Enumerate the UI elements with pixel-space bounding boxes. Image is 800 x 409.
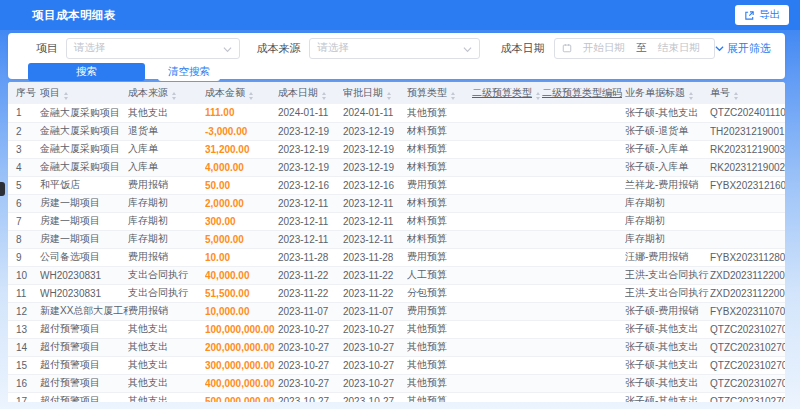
cell-document-no: RK20231219003: [710, 140, 785, 158]
cell-document-no: RK20231219002: [710, 158, 785, 176]
cell-index: 4: [8, 158, 40, 176]
cell-cost-amount: 10,000.00: [205, 302, 278, 320]
sort-icon[interactable]: [249, 92, 253, 100]
cell-document-no: TH20231219001: [710, 122, 785, 140]
cell-budget-type: 其他预算: [407, 356, 472, 374]
cell-cost-date: 2023-12-11: [278, 212, 343, 230]
cell-document-title: 张子硕-退货单: [625, 122, 710, 140]
cell-cost-source: 其他支出: [128, 338, 205, 356]
table-row: 10WH20230831支出合同执行40,000.002023-11-22202…: [8, 266, 785, 284]
cell-document-title: 张子硕-其他支出: [625, 392, 710, 402]
table-row: 11WH20230831支出合同执行51,500.002023-11-22202…: [8, 284, 785, 302]
column-header-project[interactable]: 项目: [40, 82, 128, 104]
cell-project: 金融大厦采购项目: [40, 140, 128, 158]
cell-approval-date: 2023-12-19: [343, 140, 407, 158]
start-date-placeholder: 开始日期: [576, 41, 633, 55]
column-label: 成本金额: [205, 87, 245, 98]
column-header-document-no[interactable]: 单号: [710, 82, 785, 104]
cell-cost-date: 2023-11-07: [278, 302, 343, 320]
calendar-icon: [562, 39, 572, 57]
cell-index: 7: [8, 212, 40, 230]
column-header-budget-type[interactable]: 预算类型: [407, 82, 472, 104]
column-header-document-title[interactable]: 业务单据标题: [625, 82, 710, 104]
column-header-secondary-budget-type[interactable]: 二级预算类型: [472, 82, 542, 104]
cell-secondary-budget-type-code: [542, 302, 625, 320]
cell-document-title: 王洪-支出合同执行: [625, 284, 710, 302]
cell-budget-type: 其他预算: [407, 392, 472, 402]
sort-icon[interactable]: [322, 92, 326, 100]
cell-index: 15: [8, 356, 40, 374]
column-header-approval-date[interactable]: 审批日期: [343, 82, 407, 104]
table-row: 8房建一期项目库存期初5,000.002023-12-112023-12-11材…: [8, 230, 785, 248]
table-header-row: 序号项目成本来源成本金额成本日期审批日期预算类型二级预算类型二级预算类型编码业务…: [8, 82, 785, 104]
project-select[interactable]: 请选择: [66, 38, 240, 59]
cell-cost-amount: 100,000,000.00: [205, 320, 278, 338]
cell-budget-type: 材料预算: [407, 194, 472, 212]
cell-approval-date: 2023-12-11: [343, 212, 407, 230]
cell-cost-amount: 40,000.00: [205, 266, 278, 284]
cost-source-filter-label: 成本来源: [256, 41, 300, 56]
table-row: 3金融大厦采购项目入库单31,200.002023-12-192023-12-1…: [8, 140, 785, 158]
filter-buttons-row: 搜索 清空搜索: [16, 63, 777, 81]
cell-document-title: 张子硕-入库单: [625, 140, 710, 158]
sort-icon[interactable]: [172, 92, 176, 100]
cell-document-title: 王洪-支出合同执行: [625, 266, 710, 284]
side-widget-tab[interactable]: [0, 182, 5, 196]
cell-secondary-budget-type: [472, 104, 542, 122]
cell-secondary-budget-type-code: [542, 320, 625, 338]
cell-secondary-budget-type: [472, 392, 542, 402]
table-row: 17超付预警项目其他支出500,000,000.002023-10-272023…: [8, 392, 785, 402]
cell-cost-source: 费用报销: [128, 302, 205, 320]
cell-document-title: 张子硕-费用报销: [625, 302, 710, 320]
cell-cost-source: 库存期初: [128, 230, 205, 248]
column-header-cost-date[interactable]: 成本日期: [278, 82, 343, 104]
cell-secondary-budget-type: [472, 122, 542, 140]
column-label: 序号: [16, 87, 36, 98]
cell-approval-date: 2023-12-19: [343, 122, 407, 140]
sort-icon[interactable]: [451, 92, 455, 100]
cell-index: 12: [8, 302, 40, 320]
table-row: 7房建一期项目库存期初300.002023-12-112023-12-11材料预…: [8, 212, 785, 230]
cell-secondary-budget-type: [472, 338, 542, 356]
column-label: 成本来源: [128, 87, 168, 98]
search-button[interactable]: 搜索: [28, 63, 145, 81]
cell-approval-date: 2023-10-27: [343, 338, 407, 356]
expand-filters-link[interactable]: 展开筛选: [715, 41, 771, 56]
column-header-cost-source[interactable]: 成本来源: [128, 82, 205, 104]
table-row: 16超付预警项目其他支出400,000,000.002023-10-272023…: [8, 374, 785, 392]
column-header-secondary-budget-type-code[interactable]: 二级预算类型编码: [542, 82, 625, 104]
cell-index: 16: [8, 374, 40, 392]
cost-date-range-input[interactable]: 开始日期 至 结束日期: [554, 38, 716, 59]
sort-icon[interactable]: [536, 92, 540, 100]
cell-budget-type: 费用预算: [407, 248, 472, 266]
export-button[interactable]: 导出: [735, 5, 789, 25]
sort-icon[interactable]: [387, 92, 391, 100]
cell-document-no: QTZC20231027002: [710, 392, 785, 402]
cell-project: 超付预警项目: [40, 320, 128, 338]
sort-icon[interactable]: [689, 92, 693, 100]
cell-cost-date: 2023-12-19: [278, 122, 343, 140]
sort-icon[interactable]: [64, 92, 68, 100]
cell-document-no: ZXD20231122001: [710, 284, 785, 302]
clear-search-button[interactable]: 清空搜索: [158, 63, 220, 81]
cell-project: 超付预警项目: [40, 338, 128, 356]
cell-cost-amount: 10.00: [205, 248, 278, 266]
table-row: 14超付预警项目其他支出200,000,000.002023-10-272023…: [8, 338, 785, 356]
cell-document-no: [710, 212, 785, 230]
cell-cost-date: 2024-01-11: [278, 104, 343, 122]
cell-index: 5: [8, 176, 40, 194]
project-filter-label: 项目: [36, 41, 58, 56]
cell-approval-date: 2024-01-11: [343, 104, 407, 122]
cell-secondary-budget-type: [472, 302, 542, 320]
cell-cost-date: 2023-10-27: [278, 338, 343, 356]
sort-icon[interactable]: [734, 92, 738, 100]
cell-secondary-budget-type-code: [542, 212, 625, 230]
column-header-cost-amount[interactable]: 成本金额: [205, 82, 278, 104]
cell-document-no: FYBX20231107001: [710, 302, 785, 320]
cell-secondary-budget-type: [472, 248, 542, 266]
cost-source-select[interactable]: 请选择: [309, 38, 479, 59]
cell-budget-type: 分包预算: [407, 284, 472, 302]
cell-cost-date: 2023-10-27: [278, 374, 343, 392]
cell-budget-type: 材料预算: [407, 158, 472, 176]
cell-document-title: 库存期初: [625, 212, 710, 230]
